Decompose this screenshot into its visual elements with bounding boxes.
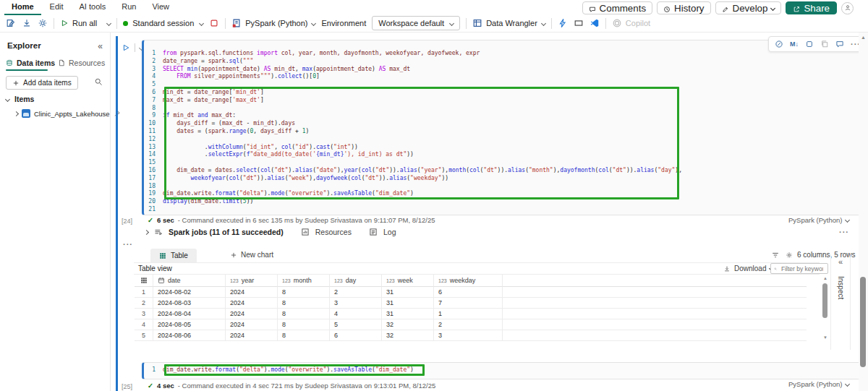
code-line[interactable]: 21: [144, 206, 861, 214]
code-line[interactable]: 11 dates = (spark.range(0, days_diff + 1…: [144, 128, 861, 136]
download-button[interactable]: Download: [723, 265, 773, 272]
table-row[interactable]: 42024-08-05202485322: [135, 319, 807, 330]
comment-cell-icon[interactable]: [835, 40, 844, 48]
vscode-icon[interactable]: [590, 18, 600, 28]
menu-tab-ai-tools[interactable]: AI tools: [72, 0, 114, 15]
table-grid-icon: [159, 252, 166, 259]
code-editor[interactable]: 1dim_date.write.format("delta").mode("ov…: [144, 363, 861, 374]
code-line[interactable]: 14 .selectExpr(f"date_add(to_date('{min_…: [144, 151, 861, 159]
lakehouse-item[interactable]: Clinic_Appts_Lakehouse: [14, 109, 121, 118]
tab-data-items[interactable]: Data items: [6, 59, 55, 67]
table-row[interactable]: 12024-08-02202482316: [135, 287, 807, 298]
code-line[interactable]: 13 .withColumn("id_int", col("id").cast(…: [144, 144, 861, 152]
log-toggle[interactable]: Log: [383, 228, 396, 236]
table-cell: 2024-08-06: [153, 330, 226, 341]
page-scrollbar-thumb[interactable]: [860, 277, 866, 367]
copilot-cell-icon[interactable]: [775, 40, 783, 48]
convert-to-markdown-icon[interactable]: [790, 40, 799, 48]
columns-rows-dropdown[interactable]: 6 columns, 5 rows: [786, 251, 864, 259]
line-number: 6: [144, 89, 163, 97]
tab-table[interactable]: Table: [150, 249, 197, 262]
menu-tab-edit[interactable]: Edit: [43, 0, 71, 15]
spark-jobs-toggle[interactable]: Spark jobs (11 of 11 succeeded): [169, 228, 284, 236]
code-line[interactable]: 9if min_dt and max_dt:: [144, 112, 861, 120]
table-row[interactable]: 22024-08-03202483317: [135, 298, 807, 309]
duplicate-cell-icon[interactable]: [820, 40, 829, 48]
filter-funnel-icon[interactable]: [771, 251, 780, 259]
settings-gear-icon[interactable]: [38, 18, 48, 28]
page-scrollbar[interactable]: ▲: [859, 33, 868, 391]
code-line[interactable]: 1from pyspark.sql.functions import col, …: [144, 50, 861, 58]
lightning-icon[interactable]: [558, 18, 568, 28]
menu-tab-view[interactable]: View: [145, 0, 176, 15]
resources-toggle[interactable]: Resources: [315, 228, 352, 236]
frame-icon[interactable]: [574, 18, 584, 28]
code-cell-2[interactable]: 1dim_date.write.format("delta").mode("ov…: [142, 362, 862, 379]
scroll-up-icon[interactable]: ▲: [822, 276, 829, 280]
code-line[interactable]: 4 FROM silver_appointments""").collect()…: [144, 73, 861, 81]
column-header-day[interactable]: day: [330, 275, 382, 287]
scroll-down-icon[interactable]: ▼: [822, 335, 829, 340]
code-line[interactable]: 3SELECT min(appointment_date) AS min_dt,…: [144, 66, 861, 74]
column-header-date[interactable]: date: [153, 275, 226, 287]
table-corner-cell[interactable]: [135, 275, 153, 287]
code-line[interactable]: 18: [144, 183, 861, 191]
stop-session-icon[interactable]: [209, 18, 219, 28]
collapse-panel-icon[interactable]: «: [98, 41, 103, 51]
code-line[interactable]: 16 dim_date = dates.select(col("dt").ali…: [144, 167, 861, 175]
code-line[interactable]: 19dim_date.write.format("delta").mode("o…: [144, 190, 861, 198]
code-editor[interactable]: 1from pyspark.sql.functions import col, …: [144, 40, 861, 214]
code-cell-1[interactable]: 1from pyspark.sql.functions import col, …: [142, 40, 862, 215]
history-button[interactable]: History: [657, 1, 710, 14]
copilot-button[interactable]: Copilot: [612, 18, 650, 28]
jobs-more-icon[interactable]: [839, 228, 849, 236]
column-header-weekday[interactable]: weekday: [434, 275, 503, 287]
table-row[interactable]: 32024-08-04202484311: [135, 309, 807, 319]
code-line[interactable]: 17 weekofyear(col("dt")).alias("week"),d…: [144, 175, 861, 183]
scroll-up-icon[interactable]: ▲: [859, 35, 868, 40]
column-header-year[interactable]: year: [226, 275, 278, 287]
expand-inspect-icon[interactable]: «: [831, 257, 850, 266]
menu-tab-home[interactable]: Home: [4, 0, 41, 15]
kernel-label[interactable]: PySpark (Python): [788, 380, 849, 388]
filter-keyword-input[interactable]: [780, 265, 825, 273]
tab-resources[interactable]: Resources: [58, 59, 105, 67]
table-scrollbar[interactable]: ▲ ▼: [822, 276, 829, 340]
column-header-month[interactable]: month: [278, 275, 330, 287]
account-button[interactable]: [841, 2, 854, 14]
save-icon[interactable]: [6, 18, 16, 28]
code-line[interactable]: 20display(dim_date.limit(5)): [144, 198, 861, 206]
column-header-week[interactable]: week: [382, 275, 434, 287]
code-line[interactable]: 6min_dt = date_range['min_dt']: [144, 89, 861, 97]
develop-button[interactable]: Develop: [715, 1, 782, 14]
table-row[interactable]: 52024-08-06202486323: [135, 330, 807, 341]
run-cell-icon[interactable]: [122, 43, 130, 52]
code-line[interactable]: 1dim_date.write.format("delta").mode("ov…: [144, 366, 861, 374]
code-line[interactable]: 7max_dt = date_range['max_dt']: [144, 97, 861, 105]
session-status[interactable]: Standard session: [123, 19, 203, 27]
export-icon[interactable]: [22, 18, 32, 28]
table-scrollbar-thumb[interactable]: [822, 283, 827, 318]
code-line[interactable]: 8: [144, 105, 861, 113]
inspect-tab[interactable]: Inspect: [837, 276, 845, 299]
add-data-items-button[interactable]: Add data items: [6, 76, 78, 90]
language-selector[interactable]: PySpark (Python): [231, 18, 315, 28]
comments-button[interactable]: Comments: [582, 1, 652, 14]
items-section-header[interactable]: Items: [6, 95, 34, 103]
workspace-dropdown[interactable]: Workspace default: [372, 16, 460, 30]
code-line[interactable]: 5: [144, 81, 861, 89]
share-button[interactable]: Share: [786, 1, 837, 14]
data-wrangler-button[interactable]: Data Wrangler: [472, 18, 545, 28]
expand-cell-icon[interactable]: [805, 40, 814, 48]
new-chart-button[interactable]: New chart: [230, 251, 273, 259]
code-line[interactable]: 2date_range = spark.sql(""": [144, 58, 861, 66]
expand-jobs-icon[interactable]: [144, 229, 149, 234]
output-more-icon[interactable]: [123, 240, 133, 249]
run-all-button[interactable]: Run all: [60, 19, 111, 27]
code-line[interactable]: 10 days_diff = (max_dt - min_dt).days: [144, 120, 861, 128]
search-icon[interactable]: [94, 77, 103, 86]
menu-tab-run[interactable]: Run: [114, 0, 143, 15]
code-line[interactable]: 15: [144, 159, 861, 167]
kernel-label[interactable]: PySpark (Python): [788, 216, 849, 224]
code-line[interactable]: 12: [144, 136, 861, 144]
